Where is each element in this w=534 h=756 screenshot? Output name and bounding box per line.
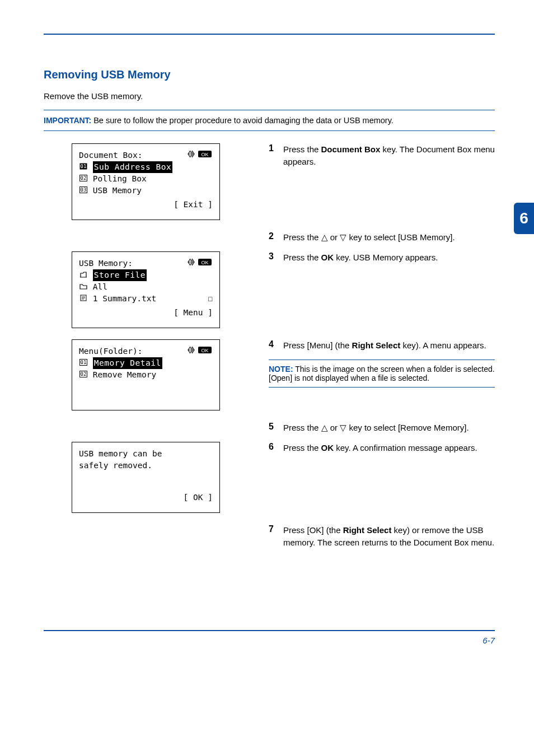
step-6-text: Press the OK key. A confirmation message… [283, 442, 477, 454]
lcd-screen-2: USB Memory: OK Store File All 1 Summary.… [72, 251, 220, 328]
step-1-text: Press the Document Box key. The Document… [283, 143, 495, 168]
num-box-icon: 01 [79, 357, 88, 369]
checkbox-icon: ☐ [208, 293, 213, 305]
svg-text:OK: OK [201, 259, 208, 265]
num-box-icon: 03 [79, 185, 88, 197]
lcd-screen-3: Menu(Folder): OK 01 Memory Detail 02 Rem… [72, 339, 220, 410]
lcd1-line1: Sub Address Box [93, 161, 172, 173]
lcd3-line1: Memory Detail [93, 357, 162, 369]
lcd-screen-4: USB memory can be safely removed. [ OK ] [72, 442, 220, 513]
lcd1-title: Document Box: [79, 150, 143, 161]
svg-text:OK: OK [201, 152, 208, 157]
lcd3-line2: Remove Memory [93, 369, 157, 381]
up-triangle-icon: △ [321, 423, 328, 432]
up-triangle-icon: △ [321, 232, 328, 242]
nav-ok-icon: OK [187, 258, 213, 269]
page-number: 6-7 [44, 636, 495, 645]
step-number: 6 [269, 442, 283, 452]
num-box-icon: 02 [79, 369, 88, 381]
lcd4-line2: safely removed. [79, 460, 213, 472]
num-box-icon: 01 [79, 161, 88, 173]
nav-ok-icon: OK [187, 150, 213, 161]
step-number: 3 [269, 251, 283, 262]
section-title: Removing USB Memory [44, 68, 495, 81]
store-icon [79, 269, 88, 281]
down-triangle-icon: ▽ [340, 232, 346, 242]
lcd3-title: Menu(Folder): [79, 346, 143, 357]
svg-text:OK: OK [201, 347, 208, 353]
lcd2-line1: Store File [93, 269, 147, 281]
lcd2-title: USB Memory: [79, 258, 133, 269]
svg-text:02: 02 [81, 175, 87, 181]
important-label: IMPORTANT: [44, 116, 91, 125]
step-7-text: Press [OK] (the Right Select key) or rem… [283, 524, 495, 549]
lcd1-line2: Polling Box [93, 173, 147, 185]
note-label: NOTE: [269, 365, 293, 374]
svg-text:01: 01 [81, 360, 87, 365]
step-2-text: Press the △ or ▽ key to select [USB Memo… [283, 231, 455, 244]
file-icon [79, 293, 88, 305]
chapter-tab: 6 [514, 203, 534, 234]
step-number: 2 [269, 231, 283, 241]
step-3-text: Press the OK key. USB Memory appears. [283, 251, 438, 264]
lcd2-menu: [ Menu ] [79, 307, 213, 319]
step-number: 4 [269, 339, 283, 349]
lcd1-exit: [ Exit ] [79, 199, 213, 211]
note-block: NOTE: This is the image on the screen wh… [269, 360, 495, 388]
step-4-text: Press [Menu] (the Right Select key). A m… [283, 339, 486, 352]
svg-text:03: 03 [81, 187, 87, 193]
lcd2-line3: 1 Summary.txt [93, 294, 157, 303]
svg-text:01: 01 [81, 164, 87, 169]
note-text: This is the image on the screen when a f… [269, 365, 495, 382]
svg-text:02: 02 [81, 371, 87, 377]
num-box-icon: 02 [79, 173, 88, 185]
intro-text: Remove the USB memory. [44, 91, 495, 101]
step-number: 1 [269, 143, 283, 153]
lcd2-line2: All [93, 281, 107, 293]
important-block: IMPORTANT: Be sure to follow the proper … [44, 110, 495, 131]
down-triangle-icon: ▽ [340, 423, 346, 432]
header-rule [44, 34, 495, 35]
folder-icon [79, 281, 88, 293]
step-5-text: Press the △ or ▽ key to select [Remove M… [283, 422, 469, 434]
nav-ok-icon: OK [187, 346, 213, 357]
important-text: Be sure to follow the proper procedure t… [93, 116, 394, 125]
lcd4-line1: USB memory can be [79, 448, 213, 460]
step-number: 5 [269, 422, 283, 432]
step-number: 7 [269, 524, 283, 534]
lcd-screen-1: Document Box: OK 01 Sub Address Box 02 P… [72, 143, 220, 220]
lcd1-line3: USB Memory [93, 185, 142, 197]
footer-rule [44, 630, 495, 631]
lcd4-ok: [ OK ] [79, 492, 213, 503]
